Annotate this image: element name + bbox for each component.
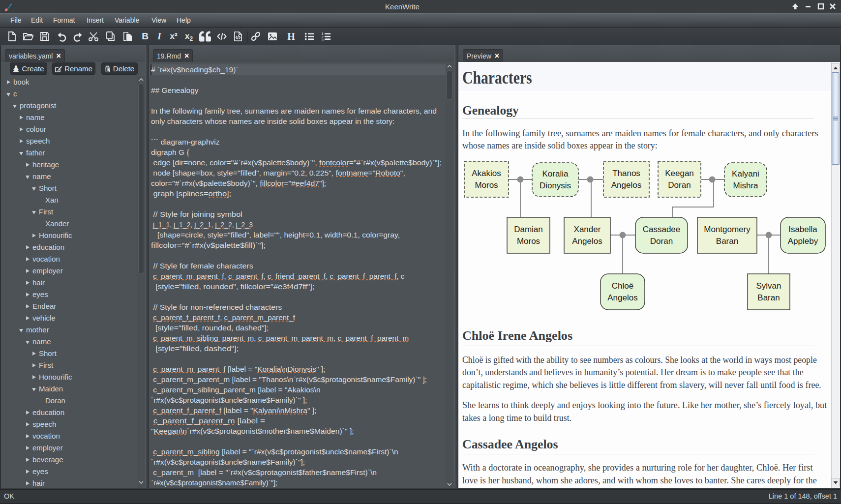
svg-text:Baran: Baran (757, 293, 780, 302)
svg-text:Dionysis: Dionysis (540, 181, 571, 190)
svg-text:3: 3 (322, 38, 324, 42)
svg-text:Montgomery: Montgomery (704, 225, 751, 234)
svg-text:Sylvan: Sylvan (756, 281, 781, 291)
svg-text:Cassadee: Cassadee (643, 225, 681, 234)
svg-text:Moros: Moros (475, 180, 498, 190)
svg-text:Moros: Moros (517, 237, 540, 246)
svg-text:Doran: Doran (668, 180, 691, 190)
svg-text:Baran: Baran (716, 237, 738, 246)
svg-text:Thanos: Thanos (612, 169, 640, 178)
svg-text:Xander: Xander (574, 225, 601, 234)
svg-text:Keegan: Keegan (665, 169, 694, 178)
svg-text:Angelos: Angelos (611, 180, 641, 190)
svg-text:Angelos: Angelos (607, 293, 637, 302)
svg-text:Akakios: Akakios (472, 169, 501, 178)
svg-text:Damian: Damian (514, 225, 543, 234)
svg-text:Angelos: Angelos (572, 237, 602, 246)
svg-text:Mishra: Mishra (733, 181, 758, 190)
svg-text:Chloë: Chloë (612, 281, 633, 291)
svg-text:Appleby: Appleby (788, 237, 818, 246)
svg-text:Kalyani: Kalyani (732, 169, 759, 178)
svg-text:Isabella: Isabella (788, 225, 817, 234)
svg-text:Koralia: Koralia (542, 169, 569, 178)
svg-text:Doran: Doran (650, 237, 673, 246)
